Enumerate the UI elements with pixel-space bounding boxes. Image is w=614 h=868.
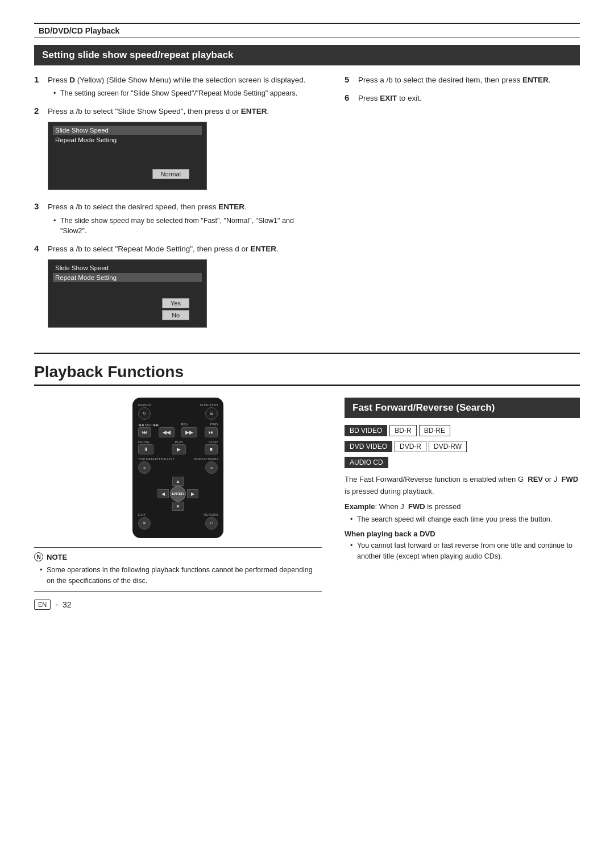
step-3-bullets: The slide show speed may be selected fro…	[53, 216, 322, 237]
note-box: N NOTE Some operations in the following …	[34, 547, 322, 592]
step-6: 6 Press EXIT to exit.	[345, 93, 580, 104]
when-playing-heading: When playing back a DVD	[345, 530, 580, 538]
menu-item-repeat-mode-2: Repeat Mode Setting	[53, 273, 202, 282]
remote-btn-function[interactable]: ☰	[205, 407, 218, 420]
repeat-label: REPEAT	[138, 403, 152, 407]
remote-btn-pause[interactable]: ⏸	[138, 444, 154, 454]
dpad-mid-row: ◀ ENTER ▶	[157, 486, 198, 502]
badge-dvd-video: DVD VIDEO	[345, 441, 392, 452]
step-1-num: 1	[34, 75, 44, 84]
step-5: 5 Press a /b to select the desired item,…	[345, 75, 580, 86]
menu-screen-1: Slide Show Speed Repeat Mode Setting Nor…	[48, 122, 207, 190]
menu-item-slide-speed: Slide Show Speed	[53, 126, 202, 135]
badge-dvd-rw: DVD-RW	[429, 441, 467, 452]
pause-label: PAUSE	[138, 440, 150, 444]
function-label: FUNCTION	[200, 403, 218, 407]
remote-btn-exit[interactable]: ✕	[138, 517, 151, 530]
remote-exit-labels: EXIT RETURN	[138, 513, 218, 516]
footer: EN - 32	[34, 596, 580, 610]
step-1-bullets: The setting screen for "Slide Show Speed…	[53, 88, 322, 99]
dpad-up[interactable]: ▲	[172, 477, 184, 486]
step-2-num: 2	[34, 106, 44, 115]
remote-btn-stop[interactable]: ■	[205, 444, 218, 454]
page-num: 32	[63, 600, 72, 609]
badge-row-3: AUDIO CD	[345, 457, 580, 468]
step-1-bullet-1: The setting screen for "Slide Show Speed…	[53, 88, 322, 99]
section-title: Setting slide show speed/repeat playback	[42, 49, 233, 60]
remote-btn-repeat[interactable]: ↻	[138, 407, 151, 420]
remote-top-labels: REPEAT FUNCTION	[138, 403, 218, 407]
section-title-box: Setting slide show speed/repeat playback	[34, 45, 580, 65]
ff-example: Example: When J FWD is pressed	[345, 501, 580, 512]
step-6-num: 6	[345, 93, 355, 102]
menu-screen-2: Slide Show Speed Repeat Mode Setting Yes	[48, 259, 207, 328]
badge-row-2: DVD VIDEO DVD-R DVD-RW	[345, 441, 580, 452]
dpad-down[interactable]: ▼	[172, 502, 184, 511]
note-heading: N NOTE	[34, 552, 322, 561]
return-label: RETURN	[204, 513, 218, 516]
when-playing-bullets: You cannot fast forward or fast reverse …	[350, 540, 580, 562]
page-wrapper: BD/DVD/CD Playback Setting slide show sp…	[0, 0, 614, 633]
fwd-label: FWD	[210, 423, 218, 427]
menu-screen-2-inner: Slide Show Speed Repeat Mode Setting	[48, 260, 206, 286]
section-divider	[34, 353, 580, 354]
when-playing-bullet-1: You cannot fast forward or fast reverse …	[350, 540, 580, 562]
ff-title-box: Fast Forward/Reverse (Search)	[345, 398, 580, 418]
remote-btn-fwd[interactable]: ▶▶	[181, 427, 197, 437]
step-6-text: Press EXIT to exit.	[358, 93, 580, 104]
remote-control: REPEAT FUNCTION ↻ ☰ ◀◀ SKIP ▶▶ REV FWD	[132, 398, 223, 538]
dpad-right[interactable]: ▶	[187, 489, 198, 498]
badge-row-1: BD VIDEO BD-R BD-RE	[345, 425, 580, 436]
remote-btn-popupmenu[interactable]: ≡	[205, 461, 218, 474]
remote-pps-row: ⏸ ▶ ■	[138, 444, 218, 454]
menu-yes-button: Yes	[162, 298, 189, 308]
remote-wrapper: REPEAT FUNCTION ↻ ☰ ◀◀ SKIP ▶▶ REV FWD	[34, 398, 322, 538]
dpad-bot-row: ▼	[172, 502, 184, 511]
playback-functions-heading: Playback Functions	[34, 363, 580, 386]
remote-btn-prev[interactable]: ⏮	[138, 427, 151, 437]
remote-btn-next[interactable]: ⏭	[205, 427, 218, 437]
step-5-num: 5	[345, 75, 355, 84]
remote-menu-labels: TOP MENU/TITLE LIST POP-UP MENU	[138, 457, 218, 461]
step-6-content: Press EXIT to exit.	[358, 93, 580, 104]
badge-dvd-r: DVD-R	[395, 441, 426, 452]
en-badge: EN	[34, 600, 51, 610]
dpad-top-row: ▲	[172, 477, 184, 486]
badge-audio-cd: AUDIO CD	[345, 457, 388, 468]
main-two-col: 1 Press D (Yellow) (Slide Show Menu) whi…	[34, 75, 580, 339]
dpad-left[interactable]: ◀	[157, 489, 169, 498]
play-label: PLAY	[175, 440, 183, 444]
step-4-text: Press a /b to select "Repeat Mode Settin…	[48, 243, 322, 255]
remote-btn-return[interactable]: ↩	[205, 517, 218, 530]
menu-normal-button: Normal	[152, 169, 189, 179]
step-2: 2 Press a /b to select "Slide Show Speed…	[34, 106, 322, 195]
dash-separator: -	[55, 600, 58, 609]
remote-pps-labels: PAUSE PLAY STOP	[138, 440, 218, 444]
remote-menu-row: ≡ ≡	[138, 461, 218, 474]
remote-btn-rev[interactable]: ◀◀	[159, 427, 175, 437]
step-3-text: Press a /b to select the desired speed, …	[48, 201, 322, 213]
remote-dpad: ▲ ◀ ENTER ▶ ▼	[155, 477, 201, 511]
remote-skip-row: ⏮ ◀◀ ▶▶ ⏭	[138, 427, 218, 437]
stop-label: STOP	[209, 440, 218, 444]
exit-label: EXIT	[138, 513, 146, 516]
step-3-content: Press a /b to select the desired speed, …	[48, 201, 322, 237]
note-bullet-1: Some operations in the following playbac…	[40, 565, 322, 586]
dpad-enter[interactable]: ENTER	[170, 486, 186, 502]
pf-right-column: Fast Forward/Reverse (Search) BD VIDEO B…	[345, 398, 580, 592]
step-4: 4 Press a /b to select "Repeat Mode Sett…	[34, 243, 322, 332]
category-label: BD/DVD/CD Playback	[39, 26, 119, 35]
remote-exit-row: ✕ ↩	[138, 517, 218, 530]
menu-no-button: No	[162, 310, 189, 320]
step-1: 1 Press D (Yellow) (Slide Show Menu) whi…	[34, 75, 322, 99]
ff-description: The Fast Forward/Reverse function is ena…	[345, 474, 580, 498]
step-5-text: Press a /b to select the desired item, t…	[358, 75, 580, 86]
remote-btn-play[interactable]: ▶	[172, 444, 186, 454]
menu-item-repeat-mode: Repeat Mode Setting	[53, 135, 202, 144]
menu-button-group: Yes No	[162, 298, 189, 320]
remote-skip-labels: ◀◀ SKIP ▶▶ REV FWD	[138, 423, 218, 427]
popupmenu-label: POP-UP MENU	[194, 457, 218, 461]
remote-btn-topmenu[interactable]: ≡	[138, 461, 151, 474]
ff-bullet-1: The search speed will change each time y…	[350, 514, 580, 525]
step-1-content: Press D (Yellow) (Slide Show Menu) while…	[48, 75, 322, 99]
